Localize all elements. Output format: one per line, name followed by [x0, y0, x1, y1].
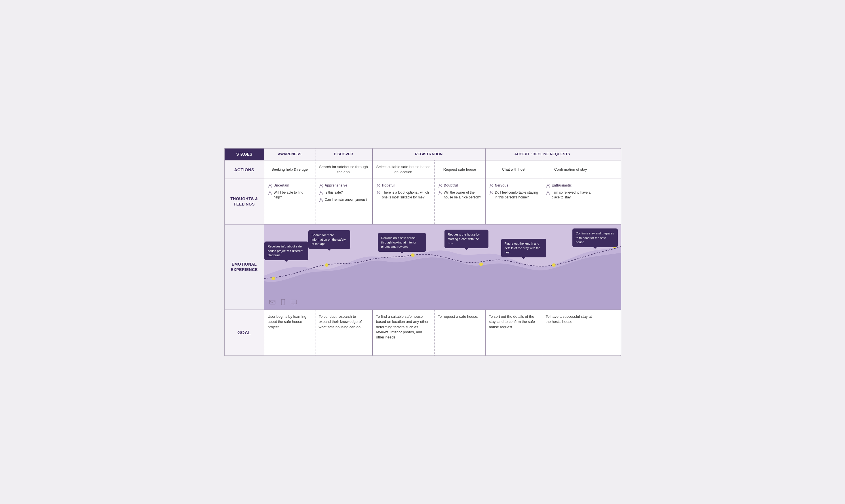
goal-row: GOAL User begins by learning about the s…: [225, 310, 621, 356]
svg-rect-30: [291, 300, 297, 304]
tooltip-6: Confirms stay and prepares to to head fo…: [573, 229, 618, 247]
thoughts-accept2: Enthusiastic I am so relieved to have a …: [542, 179, 599, 224]
svg-point-9: [379, 184, 380, 185]
svg-point-21: [271, 277, 275, 280]
action-accept1: Chat with host: [486, 160, 542, 179]
svg-point-3: [320, 184, 322, 186]
action-registration1: Select suitable safe house based on loca…: [372, 160, 435, 179]
svg-point-14: [490, 184, 492, 186]
thoughts-row: THOUGHTS & FEELINGS Uncertain Will I be …: [225, 179, 621, 224]
actions-row: ACTIONS Seeking help & refuge Search for…: [225, 160, 621, 179]
svg-point-0: [269, 184, 270, 186]
discover-label: DISCOVER: [315, 148, 372, 160]
svg-point-8: [377, 184, 379, 186]
accept-decline-label: ACCEPT / DECLINE REQUESTS: [486, 148, 599, 160]
svg-point-7: [322, 201, 322, 201]
goal-accept1: To sort out the details of the stay, and…: [486, 310, 542, 356]
svg-point-19: [547, 191, 549, 193]
goal-label: GOAL: [225, 310, 264, 356]
svg-rect-29: [283, 304, 284, 304]
goal-accept2: To have a successful stay at the host's …: [542, 310, 599, 356]
thoughts-accept1: Nervous Do I feel comfortable staying in…: [486, 179, 542, 224]
header-row: STAGES AWARENESS DISCOVER REGISTRATION A…: [225, 148, 621, 160]
thoughts-label: THOUGHTS & FEELINGS: [225, 179, 264, 224]
svg-point-18: [549, 184, 549, 185]
emotional-content: Receives info about safe house project v…: [264, 224, 621, 309]
actions-label: ACTIONS: [225, 160, 264, 179]
channel-icons: [269, 299, 297, 306]
thoughts-discover: Apprehensive Is this safe? Can I remain …: [315, 179, 372, 224]
tooltip-1: Receives info about safe house project v…: [264, 241, 308, 260]
svg-point-10: [377, 191, 379, 193]
tooltip-5: Figure out the length and details of the…: [501, 239, 546, 257]
journey-map: STAGES AWARENESS DISCOVER REGISTRATION A…: [224, 148, 621, 356]
svg-point-6: [320, 198, 322, 200]
svg-point-12: [441, 184, 442, 185]
thoughts-awareness: Uncertain Will I be able to find help?: [264, 179, 315, 224]
goal-registration2: To request a safe house.: [435, 310, 486, 356]
stages-label: STAGES: [225, 148, 264, 160]
svg-point-1: [270, 184, 271, 185]
svg-point-17: [547, 184, 549, 186]
email-icon: [269, 299, 276, 306]
tooltip-3: Decides on a safe house through looking …: [378, 233, 426, 252]
action-awareness: Seeking help & refuge: [264, 160, 315, 179]
svg-point-16: [490, 191, 492, 193]
thoughts-registration2: Doubtful Will the owner of the house be …: [435, 179, 486, 224]
action-registration2: Request safe house: [435, 160, 486, 179]
svg-point-2: [269, 191, 270, 193]
svg-point-11: [439, 184, 441, 186]
desktop-icon: [291, 299, 297, 306]
svg-point-5: [320, 191, 322, 193]
emotional-label: EMOTIONAL EXPERIENCE: [225, 224, 264, 309]
goal-registration1: To find a suitable safe house based on l…: [372, 310, 435, 356]
svg-point-25: [552, 263, 556, 267]
svg-point-23: [411, 253, 415, 257]
tooltip-4: Requests the house by starting a chat wi…: [444, 230, 489, 248]
goal-discover: To conduct research to expand their know…: [315, 310, 372, 356]
svg-rect-27: [269, 300, 275, 304]
action-discover: Search for safehouse through the app: [315, 160, 372, 179]
tooltip-2: Search for more information on the safet…: [308, 230, 350, 249]
svg-point-15: [492, 184, 493, 185]
svg-point-4: [322, 184, 322, 185]
registration-label: REGISTRATION: [372, 148, 486, 160]
thoughts-registration1: Hopeful There is a lot of options.. whic…: [372, 179, 435, 224]
goal-awareness: User begins by learning about the safe h…: [264, 310, 315, 356]
action-accept2: Confirmation of stay: [542, 160, 599, 179]
svg-point-13: [439, 191, 441, 193]
svg-point-24: [479, 263, 483, 266]
phone-icon: [280, 299, 286, 306]
svg-point-22: [325, 263, 329, 267]
awareness-label: AWARENESS: [264, 148, 315, 160]
emotional-row: EMOTIONAL EXPERIENCE: [225, 224, 621, 310]
